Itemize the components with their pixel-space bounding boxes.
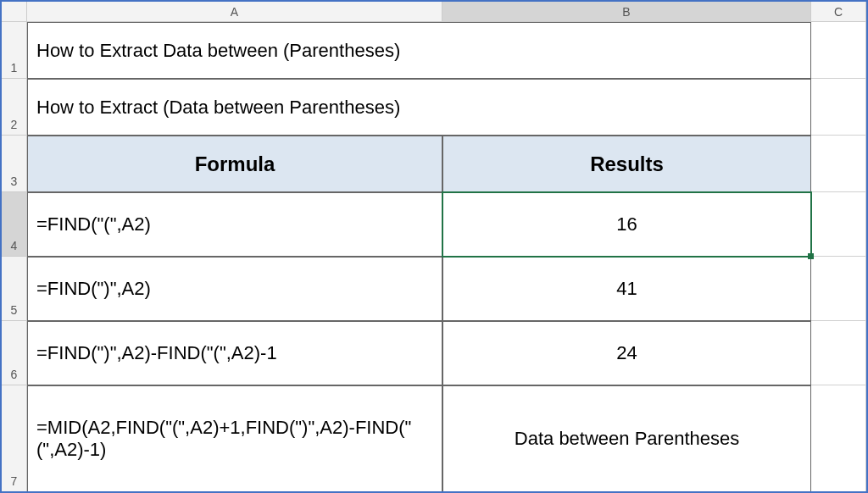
cell-A5[interactable]: =FIND(")",A2) bbox=[27, 257, 442, 321]
cell-B3[interactable]: Results bbox=[442, 136, 811, 192]
cell-B4[interactable]: 16 bbox=[442, 192, 811, 257]
row-header-7[interactable]: 7 bbox=[2, 385, 27, 492]
cell-C2[interactable] bbox=[811, 79, 866, 136]
cell-A2[interactable]: How to Extract (Data between Parentheses… bbox=[27, 79, 811, 136]
cell-B4-value: 16 bbox=[616, 213, 637, 235]
row-header-2[interactable]: 2 bbox=[2, 79, 27, 136]
cell-C4[interactable] bbox=[811, 192, 866, 257]
cell-A7[interactable]: =MID(A2,FIND("(",A2)+1,FIND(")",A2)-FIND… bbox=[27, 385, 442, 492]
col-header-C[interactable]: C bbox=[811, 2, 866, 22]
cell-B5[interactable]: 41 bbox=[442, 257, 811, 321]
row-header-4[interactable]: 4 bbox=[2, 192, 27, 257]
cell-A3[interactable]: Formula bbox=[27, 136, 442, 192]
corner-cell[interactable] bbox=[2, 2, 27, 22]
col-header-A[interactable]: A bbox=[27, 2, 442, 22]
cell-A4[interactable]: =FIND("(",A2) bbox=[27, 192, 442, 257]
cell-C7[interactable] bbox=[811, 385, 866, 492]
spreadsheet-grid: A B C 1 How to Extract Data between (Par… bbox=[2, 2, 866, 491]
fill-handle[interactable] bbox=[808, 253, 814, 259]
cell-A1[interactable]: How to Extract Data between (Parentheses… bbox=[27, 22, 811, 79]
row-header-3[interactable]: 3 bbox=[2, 136, 27, 192]
cell-A6[interactable]: =FIND(")",A2)-FIND("(",A2)-1 bbox=[27, 321, 442, 385]
row-header-1[interactable]: 1 bbox=[2, 22, 27, 79]
row-header-6[interactable]: 6 bbox=[2, 321, 27, 385]
row-header-5[interactable]: 5 bbox=[2, 257, 27, 321]
cell-B6[interactable]: 24 bbox=[442, 321, 811, 385]
cell-C6[interactable] bbox=[811, 321, 866, 385]
cell-C3[interactable] bbox=[811, 136, 866, 192]
cell-C5[interactable] bbox=[811, 257, 866, 321]
cell-C1[interactable] bbox=[811, 22, 866, 79]
cell-B7[interactable]: Data between Parentheses bbox=[442, 385, 811, 492]
col-header-B[interactable]: B bbox=[442, 2, 811, 22]
